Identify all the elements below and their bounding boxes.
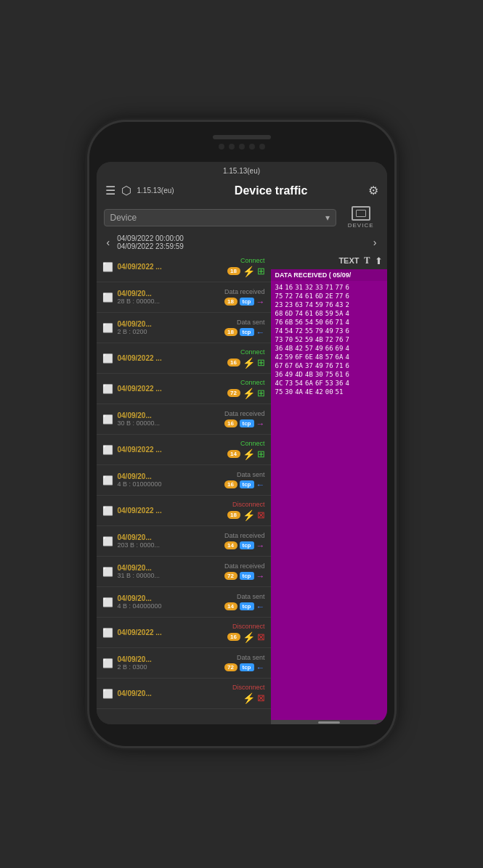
phone-screen: 1.15.13(eu) ☰ ⬡ 1.15.13(eu) Device traff…	[97, 162, 387, 724]
scroll-thumb	[318, 721, 340, 724]
hex-value: 31	[295, 284, 303, 291]
device-button-label: DEVICE	[348, 222, 374, 229]
app-header: ☰ ⬡ 1.15.13(eu) Device traffic ⚙	[97, 179, 387, 202]
channel-badge: 16	[224, 480, 238, 488]
copy-button[interactable]: ⬜	[102, 689, 113, 699]
copy-button[interactable]: ⬜	[102, 353, 113, 364]
channel-badge: 14	[224, 602, 238, 610]
hex-value: 00	[325, 388, 333, 396]
arrow-received-icon: →	[256, 571, 265, 581]
copy-button[interactable]: ⬜	[102, 567, 113, 577]
channel-badge: 16	[227, 359, 240, 367]
traffic-item[interactable]: ⬜ 04/09/20... Disconnect ⚡ ⊠	[97, 679, 271, 709]
item-type-label: Data sent	[237, 654, 265, 661]
item-type-label: Connect	[240, 257, 265, 264]
hex-value: 6F	[315, 380, 323, 387]
hex-value: 71	[336, 319, 344, 326]
hex-value: 4	[345, 319, 349, 326]
item-date: 04/09/20...	[118, 412, 224, 419]
hex-value: 66	[325, 345, 333, 352]
tcp-badge: tcp	[240, 541, 254, 549]
text-format-icon[interactable]: 𝐓	[364, 255, 370, 266]
tcp-badge: tcp	[240, 663, 254, 671]
item-info: 04/09/2022 ...	[118, 263, 227, 271]
hex-row: 766B56545066714	[275, 319, 383, 326]
copy-button[interactable]: ⬜	[102, 536, 113, 546]
copy-button[interactable]: ⬜	[102, 384, 113, 394]
item-badges: 14 ⚡ ⊞	[227, 449, 265, 460]
channel-badge: 14	[224, 541, 238, 549]
copy-button[interactable]: ⬜	[102, 506, 113, 516]
hex-value: 71	[336, 362, 344, 369]
item-size: 30 B : 00000...	[118, 419, 224, 427]
copy-button[interactable]: ⬜	[102, 628, 113, 638]
item-type-label: Disconnect	[232, 501, 265, 508]
copy-button[interactable]: ⬜	[102, 292, 113, 303]
copy-button[interactable]: ⬜	[102, 323, 113, 333]
date-range: 04/09/2022 00:00:00 04/09/2022 23:59:59	[117, 234, 366, 250]
item-type-label: Connect	[240, 440, 265, 447]
hex-value: 36	[336, 380, 344, 387]
traffic-item[interactable]: ⬜ 04/09/20... 4 B : 04000000 Data sent 1…	[97, 587, 271, 618]
channel-badge: 18	[227, 267, 240, 275]
hex-content[interactable]: 341631323371776757274616D2E7762323637459…	[271, 281, 387, 720]
date-row: ‹ 04/09/2022 00:00:00 04/09/2022 23:59:5…	[97, 233, 387, 252]
hex-row: 341631323371776	[275, 284, 383, 291]
hex-value: 72	[325, 336, 333, 343]
hex-value: 74	[295, 292, 303, 300]
hamburger-icon[interactable]: ☰	[105, 184, 115, 197]
copy-button[interactable]: ⬜	[102, 262, 113, 272]
hex-value: 73	[285, 380, 293, 387]
hex-value: 49	[285, 371, 293, 378]
item-badges: 72 ⚡ ⊞	[227, 388, 265, 399]
item-type-label: Data sent	[237, 471, 265, 478]
hex-value: 77	[336, 292, 344, 300]
copy-button[interactable]: ⬜	[102, 658, 113, 668]
device-dropdown[interactable]: Device ▾	[104, 209, 336, 226]
hex-value: 69	[336, 345, 344, 352]
item-type-label: Disconnect	[232, 623, 265, 630]
traffic-item[interactable]: ⬜ 04/09/20... 2 B : 0300 Data sent 72 tc…	[97, 648, 271, 679]
traffic-item[interactable]: ⬜ 04/09/20... 203 B : 0000... Data recei…	[97, 526, 271, 557]
hex-value: 6A	[305, 380, 313, 387]
next-date-button[interactable]: ›	[370, 235, 380, 250]
traffic-list[interactable]: ⬜ 04/09/2022 ... Connect 18 ⚡ ⊞ ⬜ 04/09/…	[97, 252, 271, 724]
share-icon[interactable]: ⬆	[375, 255, 383, 266]
item-type-label: Connect	[240, 348, 265, 356]
hex-row: 757274616D2E776	[275, 292, 383, 300]
status-version: 1.15.13(eu)	[223, 167, 260, 175]
item-info: 04/09/20... 2 B : 0200	[118, 320, 224, 335]
hex-value: 42	[295, 345, 303, 352]
hex-scrollbar[interactable]	[271, 720, 387, 724]
device-button[interactable]: DEVICE	[342, 205, 380, 230]
copy-button[interactable]: ⬜	[102, 445, 113, 455]
network-disconnect-icon: ⊠	[257, 692, 265, 703]
traffic-item[interactable]: ⬜ 04/09/20... 4 B : 01000000 Data sent 1…	[97, 465, 271, 496]
item-date: 04/09/2022 ...	[118, 507, 227, 515]
traffic-item[interactable]: ⬜ 04/09/2022 ... Disconnect 16 ⚡ ⊠	[97, 618, 271, 648]
item-right: Data sent 18 tcp ←	[224, 319, 265, 337]
item-size: 2 B : 0200	[118, 328, 224, 335]
traffic-item[interactable]: ⬜ 04/09/20... 30 B : 00000... Data recei…	[97, 404, 271, 435]
traffic-item[interactable]: ⬜ 04/09/2022 ... Connect 72 ⚡ ⊞	[97, 374, 271, 404]
traffic-item[interactable]: ⬜ 04/09/20... 31 B : 00000... Data recei…	[97, 557, 271, 587]
copy-button[interactable]: ⬜	[102, 597, 113, 607]
traffic-item[interactable]: ⬜ 04/09/2022 ... Connect 16 ⚡ ⊞	[97, 343, 271, 374]
traffic-item[interactable]: ⬜ 04/09/20... 28 B : 00000... Data recei…	[97, 282, 271, 313]
connect-icon: ⚡	[243, 266, 255, 277]
copy-button[interactable]: ⬜	[102, 414, 113, 425]
copy-button[interactable]: ⬜	[102, 475, 113, 486]
date-end: 04/09/2022 23:59:59	[117, 242, 366, 250]
hex-row: 232363745976432	[275, 301, 383, 308]
date-start: 04/09/2022 00:00:00	[117, 234, 366, 242]
traffic-item[interactable]: ⬜ 04/09/2022 ... Disconnect 18 ⚡ ⊠	[97, 496, 271, 526]
traffic-item[interactable]: ⬜ 04/09/20... 2 B : 0200 Data sent 18 tc…	[97, 313, 271, 343]
prev-date-button[interactable]: ‹	[104, 235, 113, 250]
hex-value: 6D	[315, 292, 323, 300]
settings-icon[interactable]: ⚙	[368, 184, 378, 197]
traffic-item[interactable]: ⬜ 04/09/2022 ... Connect 14 ⚡ ⊞	[97, 435, 271, 465]
hex-value: 34	[275, 284, 283, 291]
hex-value: 6	[345, 362, 349, 369]
traffic-item[interactable]: ⬜ 04/09/2022 ... Connect 18 ⚡ ⊞	[97, 252, 271, 282]
tcp-badge: tcp	[240, 480, 254, 488]
